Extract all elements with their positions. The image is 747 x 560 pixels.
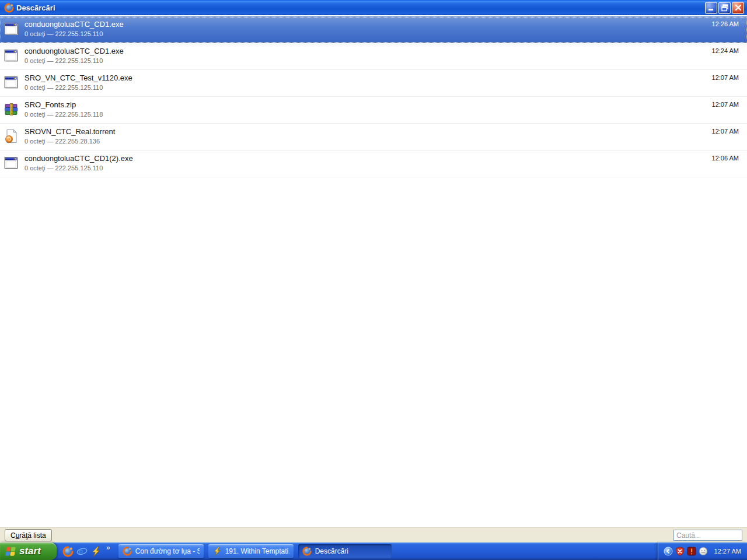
download-time: 12:07 AM (712, 74, 739, 81)
firefox-icon (4, 3, 14, 13)
taskbar-task[interactable]: 191. Within Temptati... (208, 544, 294, 558)
download-filename: conduongtoluaCTC_CD1.exe (25, 46, 124, 56)
download-details: 0 octeţi — 222.255.125.118 (25, 110, 103, 119)
window-controls (705, 2, 744, 14)
downloads-window: Descărcări conduongtoluaCTC_CD1.exe 0 oc… (0, 0, 747, 560)
collapse-chevron-icon[interactable] (664, 547, 673, 556)
download-time: 12:07 AM (712, 101, 739, 108)
download-details: 0 octeţi — 222.255.28.136 (25, 137, 115, 146)
download-item[interactable]: SRO_VN_CTC_Test_v1120.exe 0 octeţi — 222… (0, 70, 747, 97)
tray-icons (664, 547, 708, 556)
firefox-icon (302, 547, 312, 556)
window-title: Descărcări (16, 4, 705, 12)
exe-file-icon (4, 155, 19, 171)
start-label: start (19, 545, 41, 557)
download-item[interactable]: conduongtoluaCTC_CD1(2).exe 0 octeţi — 2… (0, 150, 747, 177)
taskbar-task-label: 191. Within Temptati... (225, 547, 289, 555)
download-details: 0 octeţi — 222.255.125.110 (25, 83, 132, 92)
minimize-button[interactable] (705, 2, 717, 14)
download-filename: SRO_Fonts.zip (25, 100, 103, 110)
download-item[interactable]: SROVN_CTC_Real.torrent 0 octeţi — 222.25… (0, 124, 747, 150)
window-titlebar[interactable]: Descărcări (0, 0, 747, 15)
download-filename: conduongtoluaCTC_CD1(2).exe (25, 153, 133, 163)
taskbar-tasks: Con đường tơ lụa - Sil...191. Within Tem… (118, 542, 392, 560)
messenger-icon[interactable] (699, 547, 708, 556)
taskbar-task-label: Descărcări (315, 547, 348, 555)
download-filename: conduongtoluaCTC_CD1.exe (25, 19, 124, 29)
winamp-icon[interactable] (90, 546, 102, 557)
system-tray: 12:27 AM (658, 542, 747, 560)
start-button[interactable]: start (0, 542, 57, 560)
taskbar-task[interactable]: Con đường tơ lụa - Sil... (118, 544, 204, 558)
exe-file-icon (4, 21, 19, 37)
download-time: 12:07 AM (712, 128, 739, 135)
download-filename: SROVN_CTC_Real.torrent (25, 127, 115, 136)
download-details: 0 octeţi — 222.255.125.110 (25, 164, 133, 173)
firefox-icon (123, 547, 132, 556)
taskbar: start e » Con đường tơ lụa - Sil...191. … (0, 542, 747, 560)
rar-archive-icon (4, 102, 19, 117)
quick-launch-area: e » (57, 542, 114, 560)
download-filename: SRO_VN_CTC_Test_v1120.exe (25, 73, 132, 83)
footer-bar: Curăţă lista (0, 527, 747, 542)
download-details: 0 octeţi — 222.255.125.110 (25, 57, 124, 65)
exe-file-icon (4, 75, 19, 90)
svg-text:e: e (78, 546, 83, 556)
close-button[interactable] (732, 2, 744, 14)
restore-button[interactable] (718, 2, 731, 14)
tray-clock: 12:27 AM (714, 548, 741, 555)
download-time: 12:06 AM (712, 155, 739, 162)
winamp-icon (212, 547, 222, 556)
firefox-icon[interactable] (62, 546, 74, 557)
taskbar-task[interactable]: Descărcări (298, 544, 392, 558)
search-input[interactable] (673, 530, 742, 541)
clear-list-button[interactable]: Curăţă lista (5, 529, 52, 541)
taskbar-task-label: Con đường tơ lụa - Sil... (135, 547, 200, 555)
exe-file-icon (4, 48, 19, 64)
quick-launch-overflow-chevron[interactable]: » (106, 544, 110, 552)
download-details: 0 octeţi — 222.255.125.110 (25, 30, 124, 38)
download-time: 12:24 AM (712, 47, 739, 54)
quick-launch: e (62, 546, 102, 557)
downloads-list: conduongtoluaCTC_CD1.exe 0 octeţi — 222.… (0, 15, 747, 527)
security-shield-icon[interactable] (675, 547, 685, 556)
windows-flag-icon (4, 546, 16, 557)
ie-icon[interactable]: e (76, 546, 88, 557)
download-item[interactable]: conduongtoluaCTC_CD1.exe 0 octeţi — 222.… (0, 43, 747, 70)
download-time: 12:26 AM (712, 20, 739, 27)
download-item[interactable]: SRO_Fonts.zip 0 octeţi — 222.255.125.118… (0, 97, 747, 124)
torrent-file-icon (4, 128, 19, 144)
alert-icon[interactable] (687, 547, 696, 556)
download-item[interactable]: conduongtoluaCTC_CD1.exe 0 octeţi — 222.… (0, 16, 747, 43)
